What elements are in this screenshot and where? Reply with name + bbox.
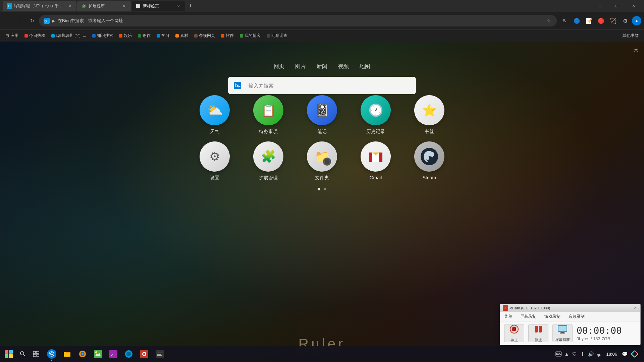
app-row-1: ⛅ 天气 📋 待办事项 📓 笔记 [171,95,473,135]
address-dropdown-arrow: ▶ [52,19,55,23]
close-button[interactable]: ✕ [626,1,641,11]
app-settings[interactable]: ⚙ 设置 [198,141,231,181]
app-folder[interactable]: 📁 ⬛ 文件夹 [305,141,339,181]
app-bookmarks[interactable]: ⭐ 书签 [413,95,446,135]
svg-rect-50 [555,352,561,356]
tab-extensions[interactable]: 🧩 扩展程序 ✕ [77,1,131,11]
bookmark-other[interactable]: 其他书签 [620,31,641,41]
toolbar-extension1[interactable]: 🔵 [572,15,582,26]
bookmark-survey[interactable]: 问卷调查 [264,31,290,41]
search-tab-images[interactable]: 图片 [295,62,306,71]
bookmark-entertainment[interactable]: 娱乐 [116,31,135,41]
app-notes[interactable]: 📓 笔记 [305,95,339,135]
address-icons: ☆ [545,17,552,24]
app-gmail[interactable]: Gmail [359,141,392,181]
bookmark-survey-label: 问卷调查 [271,33,287,39]
security-icon[interactable]: 🛡 [571,351,578,357]
network-icon[interactable] [595,351,602,357]
taskbar-clock[interactable]: 18:06 [603,352,620,357]
taskbar-app-8[interactable] [152,347,167,361]
bookmark-blog-label: 我的博客 [245,33,261,39]
taskbar-app-6[interactable] [121,347,136,361]
bookmark-blog[interactable]: 我的博客 [237,31,263,41]
start-button[interactable] [1,347,16,361]
ocam-filesize: 0bytes / 183.7GB [577,336,636,341]
show-hidden-icons[interactable]: ▲ [563,351,570,357]
toolbar-extension2[interactable]: 📝 [584,15,594,26]
bookmark-materials[interactable]: 素材 [173,31,191,41]
taskbar-app-firefox[interactable] [75,347,90,361]
ocam-menu-menu[interactable]: 菜单 [500,312,516,321]
tab-extensions-close[interactable]: ✕ [121,3,127,9]
page-dot-2[interactable] [324,188,326,190]
bookmark-software[interactable]: 软件 [218,31,236,41]
ocam-minimize[interactable]: ─ [626,306,631,310]
svg-text:b: b [44,19,47,23]
bookmark-bilibili[interactable]: 哔哩哔哩（'·'）... [49,31,89,41]
toolbar-extension4[interactable]: 🏹 [608,15,619,26]
new-tab-button[interactable]: + [186,1,195,11]
back-button[interactable]: ← [3,15,13,26]
task-view-button[interactable] [30,347,43,361]
toolbar-refresh[interactable]: ↻ [559,15,570,26]
search-tab-map[interactable]: 地图 [360,62,370,71]
tab-newtab[interactable]: ⬜ 新标签页 ✕ [131,1,185,11]
tab-bilibili[interactable]: B 哔哩哔哩（'·ᗜ·'）つロ 千杯--bili... ✕ [3,1,76,11]
ocam-close[interactable]: ✕ [633,306,638,310]
win-tile-1 [5,350,8,354]
app-weather[interactable]: ⛅ 天气 [198,95,231,135]
maximize-button[interactable]: □ [609,1,625,11]
search-tab-web[interactable]: 网页 [274,62,284,71]
app-steam[interactable]: Steam [413,141,446,181]
volume-icon[interactable]: 🔊 [587,351,594,357]
favorites-icon[interactable]: ☆ [545,17,552,24]
bookmark-create[interactable]: 创作 [135,31,153,41]
win-tile-4 [9,354,13,358]
app-history[interactable]: 🕐 历史记录 [359,95,392,135]
minimize-button[interactable]: ─ [592,1,608,11]
taskbar-app-photos[interactable] [91,347,105,361]
app-todo[interactable]: 📋 待办事项 [252,95,285,135]
ocam-pause-button[interactable]: 停止 [528,324,548,342]
toolbar-extension5[interactable]: ⚙ [620,15,631,26]
search-box[interactable]: b ▶ [228,77,416,94]
bookmark-study[interactable]: 学习 [154,31,172,41]
ocam-menu-game[interactable]: 游戏录制 [540,312,565,321]
taskbar-app-edge[interactable] [44,347,59,361]
page-dot-1[interactable] [318,188,320,190]
taskbar-search-button[interactable] [16,347,30,361]
ocam-title: oCam (0, 0, 1920, 1080) [510,306,624,310]
taskbar-app-7[interactable] [137,347,152,361]
tab-bilibili-close[interactable]: ✕ [67,3,72,9]
taskbar-edge-indicator [51,360,52,361]
search-input[interactable] [249,83,411,88]
app-notes-label: 笔记 [317,129,327,135]
search-tab-video[interactable]: 视频 [338,62,349,71]
taskbar-extra-icon[interactable] [629,349,640,359]
toolbar-extension3[interactable]: 🔴 [596,15,606,26]
taskbar-app-5[interactable]: ♪ [106,347,121,361]
notification-icon[interactable]: 💬 [621,351,628,357]
app-row-2: ⚙ 设置 🧩 扩展管理 📁 ⬛ 文件夹 [171,141,473,181]
bookmark-hot[interactable]: 今日热榜 [22,31,48,41]
ocam-menu-screen[interactable]: 屏幕录制 [516,312,540,321]
toolbar-profile[interactable]: ● [632,16,641,25]
svg-marker-61 [631,351,635,354]
taskbar-app-explorer[interactable] [60,347,74,361]
keyboard-layout-icon[interactable] [555,351,562,357]
ocam-screenshot-button[interactable]: 屏幕捕获 [552,324,573,342]
ocam-stop-button[interactable]: 停止 [504,324,524,342]
forward-button[interactable]: → [15,15,25,26]
svg-rect-54 [556,354,559,355]
ocam-menu-audio[interactable]: 音频录制 [565,312,589,321]
bookmark-misc[interactable]: 杂项网页 [192,31,218,41]
address-input-wrap[interactable]: b ▶ 在Bing中搜索，或者输入一个网址 ☆ [39,15,557,26]
update-icon[interactable]: ⬆ [579,351,586,357]
refresh-button[interactable]: ↻ [27,15,38,26]
app-extensions[interactable]: 🧩 扩展管理 [252,141,285,181]
search-tab-news[interactable]: 新闻 [317,62,327,71]
tab-newtab-close[interactable]: ✕ [176,3,181,9]
bookmark-apps[interactable]: ⊞ 应用 [3,31,21,41]
bookmark-search[interactable]: 知识搜索 [90,31,116,41]
tab-extensions-favicon: 🧩 [81,3,87,9]
